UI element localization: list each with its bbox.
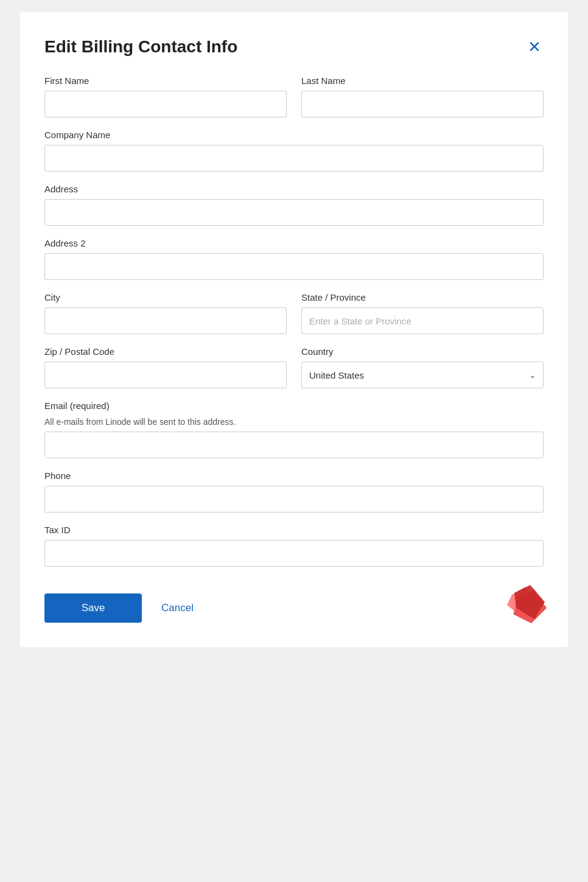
email-description: All e-mails from Linode will be sent to … bbox=[44, 417, 544, 427]
first-name-input[interactable] bbox=[44, 91, 287, 117]
state-label: State / Province bbox=[301, 292, 544, 303]
address2-label: Address 2 bbox=[44, 238, 544, 248]
form-actions: Save Cancel bbox=[44, 593, 198, 623]
city-state-row: City State / Province bbox=[44, 292, 544, 334]
cancel-button[interactable]: Cancel bbox=[156, 593, 198, 623]
zip-group: Zip / Postal Code bbox=[44, 346, 287, 388]
country-group: Country United States Canada United King… bbox=[301, 346, 544, 388]
modal-header: Edit Billing Contact Info ✕ bbox=[44, 37, 544, 57]
country-select-wrapper: United States Canada United Kingdom Aust… bbox=[301, 362, 544, 388]
country-label: Country bbox=[301, 346, 544, 357]
state-group: State / Province bbox=[301, 292, 544, 334]
phone-label: Phone bbox=[44, 471, 544, 481]
city-input[interactable] bbox=[44, 307, 287, 334]
zip-label: Zip / Postal Code bbox=[44, 346, 287, 357]
tax-id-label: Tax ID bbox=[44, 525, 544, 535]
zip-country-row: Zip / Postal Code Country United States … bbox=[44, 346, 544, 388]
close-icon: ✕ bbox=[528, 38, 541, 56]
last-name-label: Last Name bbox=[301, 75, 544, 86]
zip-input[interactable] bbox=[44, 362, 287, 388]
logo-area bbox=[501, 578, 550, 629]
last-name-input[interactable] bbox=[301, 91, 544, 117]
address-group: Address bbox=[44, 184, 544, 226]
name-row: First Name Last Name bbox=[44, 75, 544, 117]
company-name-group: Company Name bbox=[44, 130, 544, 172]
close-button[interactable]: ✕ bbox=[525, 37, 544, 57]
address2-input[interactable] bbox=[44, 253, 544, 280]
phone-input[interactable] bbox=[44, 486, 544, 513]
first-name-label: First Name bbox=[44, 75, 287, 86]
first-name-group: First Name bbox=[44, 75, 287, 117]
country-select[interactable]: United States Canada United Kingdom Aust… bbox=[301, 362, 544, 388]
last-name-group: Last Name bbox=[301, 75, 544, 117]
edit-billing-modal: Edit Billing Contact Info ✕ First Name L… bbox=[20, 12, 568, 647]
bottom-row: Save Cancel bbox=[44, 579, 544, 623]
city-group: City bbox=[44, 292, 287, 334]
tax-id-group: Tax ID bbox=[44, 525, 544, 567]
save-button[interactable]: Save bbox=[44, 593, 142, 623]
modal-title: Edit Billing Contact Info bbox=[44, 37, 237, 57]
city-label: City bbox=[44, 292, 287, 303]
email-label: Email (required) bbox=[44, 401, 544, 411]
address-label: Address bbox=[44, 184, 544, 194]
state-input[interactable] bbox=[301, 307, 544, 334]
address-input[interactable] bbox=[44, 199, 544, 226]
linode-logo bbox=[501, 578, 550, 626]
email-group: Email (required) All e-mails from Linode… bbox=[44, 401, 544, 458]
tax-id-input[interactable] bbox=[44, 540, 544, 567]
address2-group: Address 2 bbox=[44, 238, 544, 280]
company-name-input[interactable] bbox=[44, 145, 544, 172]
phone-group: Phone bbox=[44, 471, 544, 513]
email-input[interactable] bbox=[44, 432, 544, 458]
company-name-label: Company Name bbox=[44, 130, 544, 140]
